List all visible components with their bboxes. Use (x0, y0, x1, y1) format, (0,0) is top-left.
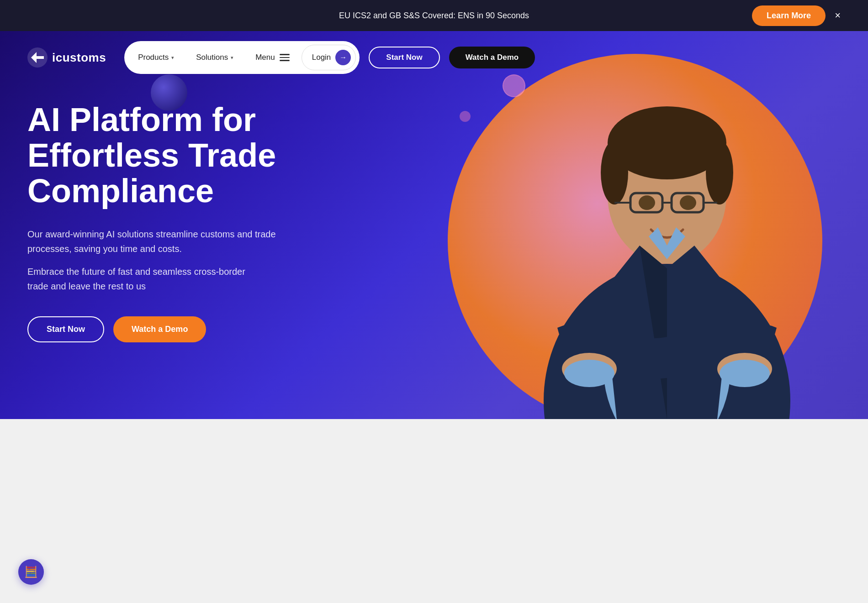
learn-more-button[interactable]: Learn More (752, 5, 826, 26)
logo-text: icustoms (52, 51, 106, 65)
hamburger-icon (280, 54, 290, 61)
menu-nav-item[interactable]: Menu (245, 48, 300, 67)
products-label: Products (138, 53, 169, 62)
hero-subtitle-2: Embrace the future of fast and seamless … (27, 264, 265, 294)
hero-buttons: Start Now Watch a Demo (27, 316, 315, 342)
hero-person-image (530, 63, 804, 419)
navbar: icustoms Products ▾ Solutions ▾ Menu Log… (0, 31, 868, 84)
menu-label: Menu (255, 53, 275, 62)
svg-point-5 (601, 141, 628, 204)
logo[interactable]: icustoms (27, 47, 106, 68)
person-svg (535, 72, 799, 419)
hero-content: AI Platform for Effortless Trade Complia… (0, 84, 343, 379)
logo-icon (27, 47, 48, 68)
calculator-icon: 🧮 (24, 566, 38, 578)
svg-point-12 (639, 195, 655, 210)
start-now-hero-button[interactable]: Start Now (27, 316, 104, 342)
hero-title: AI Platform for Effortless Trade Complia… (27, 102, 315, 209)
start-now-nav-button[interactable]: Start Now (369, 47, 439, 68)
announcement-actions: Learn More × (752, 5, 841, 26)
login-button[interactable]: Login → (302, 45, 356, 70)
solutions-chevron-icon: ▾ (231, 55, 233, 61)
close-announcement-button[interactable]: × (835, 10, 841, 21)
below-hero-section (0, 419, 868, 603)
solutions-label: Solutions (196, 53, 228, 62)
hero-section: icustoms Products ▾ Solutions ▾ Menu Log… (0, 31, 868, 419)
watch-demo-nav-button[interactable]: Watch a Demo (449, 47, 535, 68)
login-arrow-icon: → (335, 50, 351, 65)
watch-demo-hero-button[interactable]: Watch a Demo (113, 316, 206, 342)
products-nav-item[interactable]: Products ▾ (128, 48, 184, 67)
svg-point-16 (564, 360, 614, 387)
svg-point-13 (680, 195, 696, 210)
login-label: Login (312, 53, 331, 62)
announcement-text: EU ICS2 and GB S&S Covered: ENS in 90 Se… (339, 11, 529, 21)
nav-pill: Products ▾ Solutions ▾ Menu Login → (124, 41, 360, 74)
hero-circle-small-2 (460, 111, 471, 122)
svg-point-6 (706, 141, 733, 204)
products-chevron-icon: ▾ (171, 55, 174, 61)
hero-subtitle-1: Our award-winning AI solutions streamlin… (27, 227, 283, 256)
solutions-nav-item[interactable]: Solutions ▾ (186, 48, 243, 67)
announcement-bar: EU ICS2 and GB S&S Covered: ENS in 90 Se… (0, 0, 868, 31)
floating-calculator-button[interactable]: 🧮 (18, 559, 44, 585)
svg-point-17 (720, 360, 770, 387)
